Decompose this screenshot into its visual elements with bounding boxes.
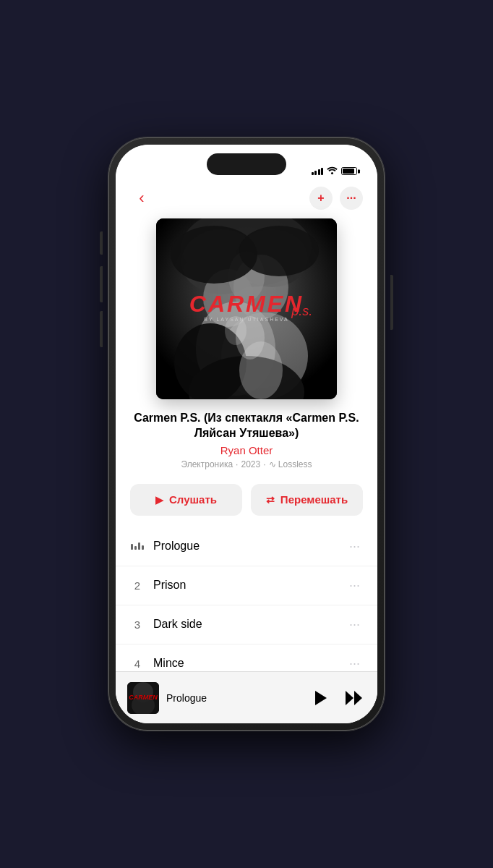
dot-separator: · (236, 459, 238, 469)
dot-separator-2: · (263, 459, 265, 469)
add-button[interactable]: + (309, 187, 333, 210)
album-art-title-overlay: CARMEN p.s. by LAYSAN UTIASHEVA (189, 292, 304, 322)
shuffle-label: Перемешать (280, 493, 348, 506)
signal-bars-icon (312, 168, 324, 175)
svg-marker-22 (346, 691, 353, 705)
track-number-2: 2 (130, 579, 145, 592)
track-title-4: Mince (153, 657, 338, 670)
track-more-2[interactable]: ··· (346, 575, 363, 596)
album-title: Carmen P.S. (Из спектакля «Carmen P.S. Л… (130, 411, 363, 441)
action-buttons: ▶ Слушать ⇄ Перемешать (116, 475, 377, 527)
nav-bar: ‹ + ··· (116, 181, 377, 218)
track-more-3[interactable]: ··· (346, 614, 363, 635)
track-title-3: Dark side (153, 618, 338, 631)
track-playing-indicator (130, 542, 145, 550)
now-playing-title: Prologue (166, 692, 302, 704)
now-playing-info: Prologue (166, 692, 302, 704)
play-label: Слушать (169, 493, 217, 506)
back-button[interactable]: ‹ (130, 187, 153, 210)
play-button[interactable]: ▶ Слушать (130, 484, 242, 516)
nav-actions: + ··· (309, 187, 363, 210)
svg-point-11 (239, 226, 319, 276)
by-text: by LAYSAN UTIASHEVA (189, 317, 304, 322)
now-playing-thumb: CARMEN (127, 682, 159, 714)
track-number-3: 3 (130, 618, 145, 631)
carmen-text: CARMEN (189, 292, 304, 315)
year-label: 2023 (241, 459, 260, 469)
shuffle-button[interactable]: ⇄ Перемешать (251, 484, 363, 516)
dynamic-island (207, 153, 286, 175)
album-art-container: CARMEN p.s. by LAYSAN UTIASHEVA (116, 218, 377, 411)
track-title-1: Prologue (153, 540, 338, 553)
status-bar (116, 145, 377, 181)
ps-text: p.s. (291, 304, 312, 319)
genre-label: Электроника (181, 459, 233, 469)
svg-text:CARMEN: CARMEN (129, 694, 158, 701)
shuffle-icon: ⇄ (266, 494, 275, 506)
quality-label: ∿ Lossless (269, 459, 312, 469)
album-art: CARMEN p.s. by LAYSAN UTIASHEVA (156, 218, 337, 399)
status-icons (312, 166, 358, 176)
artist-name: Ryan Otter (130, 444, 363, 456)
track-item[interactable]: 2 Prison ··· (116, 566, 377, 605)
track-list: Prologue ··· 2 Prison ··· 3 Dark side ··… (116, 527, 377, 684)
now-playing-controls (309, 686, 366, 710)
track-title-2: Prison (153, 579, 338, 592)
meta-info: Электроника · 2023 · ∿ Lossless (130, 459, 363, 469)
app-content: ‹ + ··· (116, 181, 377, 723)
wifi-icon (327, 166, 338, 176)
album-info: Carmen P.S. (Из спектакля «Carmen P.S. Л… (116, 411, 377, 475)
now-playing-play-button[interactable] (309, 686, 333, 710)
track-item[interactable]: Prologue ··· (116, 527, 377, 566)
now-playing-forward-button[interactable] (343, 686, 366, 710)
svg-marker-21 (315, 691, 327, 705)
play-icon: ▶ (155, 494, 163, 506)
track-number-4: 4 (130, 658, 145, 670)
svg-point-0 (331, 172, 333, 174)
svg-marker-23 (354, 691, 362, 705)
track-item[interactable]: 3 Dark side ··· (116, 605, 377, 644)
now-playing-bar[interactable]: CARMEN Prologue (116, 671, 377, 723)
track-more-1[interactable]: ··· (346, 536, 363, 557)
battery-icon (341, 167, 357, 175)
more-button[interactable]: ··· (340, 187, 363, 210)
